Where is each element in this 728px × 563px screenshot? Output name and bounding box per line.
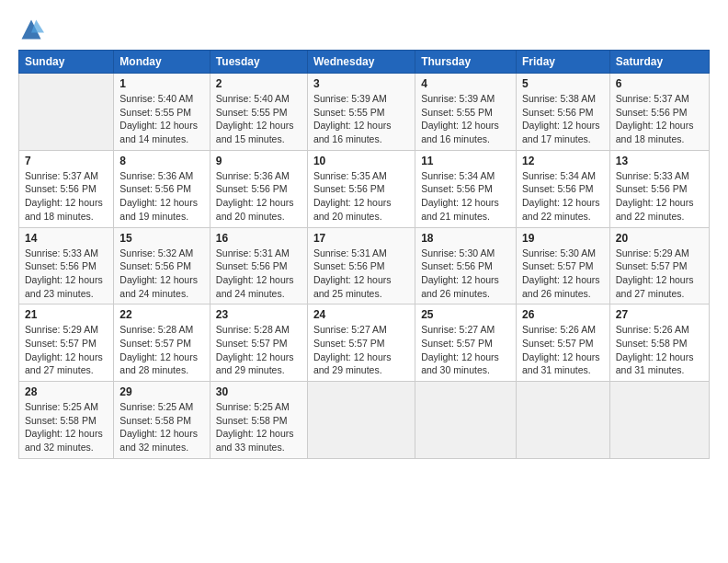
day-info: Sunrise: 5:28 AMSunset: 5:57 PMDaylight:… [119,324,198,375]
calendar-cell: 7 Sunrise: 5:37 AMSunset: 5:56 PMDayligh… [19,150,114,227]
day-info: Sunrise: 5:29 AMSunset: 5:57 PMDaylight:… [616,247,694,299]
day-info: Sunrise: 5:30 AMSunset: 5:56 PMDaylight:… [421,247,499,299]
day-number: 10 [313,155,409,167]
day-number: 18 [421,232,510,245]
week-row: 14 Sunrise: 5:33 AMSunset: 5:56 PMDaylig… [19,227,710,304]
day-info: Sunrise: 5:31 AMSunset: 5:56 PMDaylight:… [313,247,392,299]
day-number: 5 [522,77,604,90]
calendar-cell: 18 Sunrise: 5:30 AMSunset: 5:56 PMDaylig… [415,227,517,304]
day-info: Sunrise: 5:25 AMSunset: 5:58 PMDaylight:… [25,401,103,453]
day-number: 30 [216,385,301,398]
calendar-cell: 17 Sunrise: 5:31 AMSunset: 5:56 PMDaylig… [307,227,415,304]
day-info: Sunrise: 5:33 AMSunset: 5:56 PMDaylight:… [25,247,103,299]
day-info: Sunrise: 5:39 AMSunset: 5:55 PMDaylight:… [421,93,499,144]
calendar-cell: 25 Sunrise: 5:27 AMSunset: 5:57 PMDaylig… [415,304,517,382]
header-day: Thursday [415,51,517,74]
calendar-cell [516,382,609,459]
day-number: 20 [616,232,703,245]
day-info: Sunrise: 5:27 AMSunset: 5:57 PMDaylight:… [421,324,499,375]
calendar-cell: 26 Sunrise: 5:26 AMSunset: 5:57 PMDaylig… [516,304,609,382]
calendar-cell: 6 Sunrise: 5:37 AMSunset: 5:56 PMDayligh… [609,74,709,151]
calendar-cell: 29 Sunrise: 5:25 AMSunset: 5:58 PMDaylig… [114,382,210,459]
calendar-cell: 1 Sunrise: 5:40 AMSunset: 5:55 PMDayligh… [114,74,210,151]
day-info: Sunrise: 5:34 AMSunset: 5:56 PMDaylight:… [522,170,600,222]
calendar-cell [19,74,114,151]
week-row: 7 Sunrise: 5:37 AMSunset: 5:56 PMDayligh… [19,150,710,227]
day-number: 13 [616,155,703,167]
page: SundayMondayTuesdayWednesdayThursdayFrid… [0,0,728,563]
day-number: 14 [25,232,108,245]
calendar-cell: 28 Sunrise: 5:25 AMSunset: 5:58 PMDaylig… [19,382,114,459]
day-number: 25 [421,308,510,321]
day-info: Sunrise: 5:36 AMSunset: 5:56 PMDaylight:… [119,170,198,222]
day-number: 6 [616,77,703,90]
header-day: Sunday [19,51,114,74]
calendar-cell: 16 Sunrise: 5:31 AMSunset: 5:56 PMDaylig… [210,227,307,304]
logo [18,17,48,42]
calendar-cell: 11 Sunrise: 5:34 AMSunset: 5:56 PMDaylig… [415,150,517,227]
calendar-cell: 9 Sunrise: 5:36 AMSunset: 5:56 PMDayligh… [210,150,307,227]
week-row: 28 Sunrise: 5:25 AMSunset: 5:58 PMDaylig… [19,382,710,459]
calendar-cell [609,382,709,459]
header-row: SundayMondayTuesdayWednesdayThursdayFrid… [19,51,710,74]
logo-icon [18,17,44,42]
calendar-cell: 19 Sunrise: 5:30 AMSunset: 5:57 PMDaylig… [516,227,609,304]
header-day: Monday [114,51,210,74]
day-info: Sunrise: 5:31 AMSunset: 5:56 PMDaylight:… [216,247,294,299]
calendar-cell: 14 Sunrise: 5:33 AMSunset: 5:56 PMDaylig… [19,227,114,304]
day-info: Sunrise: 5:29 AMSunset: 5:57 PMDaylight:… [25,324,103,375]
day-info: Sunrise: 5:28 AMSunset: 5:57 PMDaylight:… [216,324,294,375]
header-day: Friday [516,51,609,74]
day-info: Sunrise: 5:25 AMSunset: 5:58 PMDaylight:… [216,401,294,453]
calendar-cell: 24 Sunrise: 5:27 AMSunset: 5:57 PMDaylig… [307,304,415,382]
day-number: 29 [119,385,204,398]
calendar-cell: 10 Sunrise: 5:35 AMSunset: 5:56 PMDaylig… [307,150,415,227]
day-info: Sunrise: 5:32 AMSunset: 5:56 PMDaylight:… [119,247,198,299]
day-info: Sunrise: 5:34 AMSunset: 5:56 PMDaylight:… [421,170,499,222]
day-info: Sunrise: 5:36 AMSunset: 5:56 PMDaylight:… [216,170,294,222]
calendar-cell: 23 Sunrise: 5:28 AMSunset: 5:57 PMDaylig… [210,304,307,382]
day-number: 23 [216,308,301,321]
calendar-cell: 15 Sunrise: 5:32 AMSunset: 5:56 PMDaylig… [114,227,210,304]
calendar-cell [307,382,415,459]
calendar-cell: 5 Sunrise: 5:38 AMSunset: 5:56 PMDayligh… [516,74,609,151]
day-number: 16 [216,232,301,245]
day-number: 11 [421,155,510,167]
week-row: 21 Sunrise: 5:29 AMSunset: 5:57 PMDaylig… [19,304,710,382]
day-number: 24 [313,308,409,321]
day-info: Sunrise: 5:40 AMSunset: 5:55 PMDaylight:… [119,93,198,144]
day-number: 9 [216,155,301,167]
calendar-cell: 22 Sunrise: 5:28 AMSunset: 5:57 PMDaylig… [114,304,210,382]
day-number: 28 [25,385,108,398]
calendar-cell: 21 Sunrise: 5:29 AMSunset: 5:57 PMDaylig… [19,304,114,382]
header-day: Saturday [609,51,709,74]
calendar-table: SundayMondayTuesdayWednesdayThursdayFrid… [18,50,710,459]
day-info: Sunrise: 5:35 AMSunset: 5:56 PMDaylight:… [313,170,392,222]
day-info: Sunrise: 5:37 AMSunset: 5:56 PMDaylight:… [25,170,103,222]
day-info: Sunrise: 5:37 AMSunset: 5:56 PMDaylight:… [616,93,694,144]
day-number: 15 [119,232,204,245]
day-number: 4 [421,77,510,90]
week-row: 1 Sunrise: 5:40 AMSunset: 5:55 PMDayligh… [19,74,710,151]
day-number: 22 [119,308,204,321]
header-day: Wednesday [307,51,415,74]
day-number: 8 [119,155,204,167]
day-info: Sunrise: 5:25 AMSunset: 5:58 PMDaylight:… [119,401,198,453]
day-number: 26 [522,308,604,321]
day-number: 2 [216,77,301,90]
calendar-cell: 13 Sunrise: 5:33 AMSunset: 5:56 PMDaylig… [609,150,709,227]
day-number: 12 [522,155,604,167]
calendar-cell [415,382,517,459]
calendar-cell: 3 Sunrise: 5:39 AMSunset: 5:55 PMDayligh… [307,74,415,151]
calendar-cell: 20 Sunrise: 5:29 AMSunset: 5:57 PMDaylig… [609,227,709,304]
calendar-cell: 30 Sunrise: 5:25 AMSunset: 5:58 PMDaylig… [210,382,307,459]
day-info: Sunrise: 5:26 AMSunset: 5:57 PMDaylight:… [522,324,600,375]
day-info: Sunrise: 5:33 AMSunset: 5:56 PMDaylight:… [616,170,694,222]
day-info: Sunrise: 5:38 AMSunset: 5:56 PMDaylight:… [522,93,600,144]
calendar-cell: 8 Sunrise: 5:36 AMSunset: 5:56 PMDayligh… [114,150,210,227]
calendar-cell: 12 Sunrise: 5:34 AMSunset: 5:56 PMDaylig… [516,150,609,227]
day-number: 21 [25,308,108,321]
calendar-cell: 2 Sunrise: 5:40 AMSunset: 5:55 PMDayligh… [210,74,307,151]
header [18,17,710,42]
calendar-cell: 4 Sunrise: 5:39 AMSunset: 5:55 PMDayligh… [415,74,517,151]
